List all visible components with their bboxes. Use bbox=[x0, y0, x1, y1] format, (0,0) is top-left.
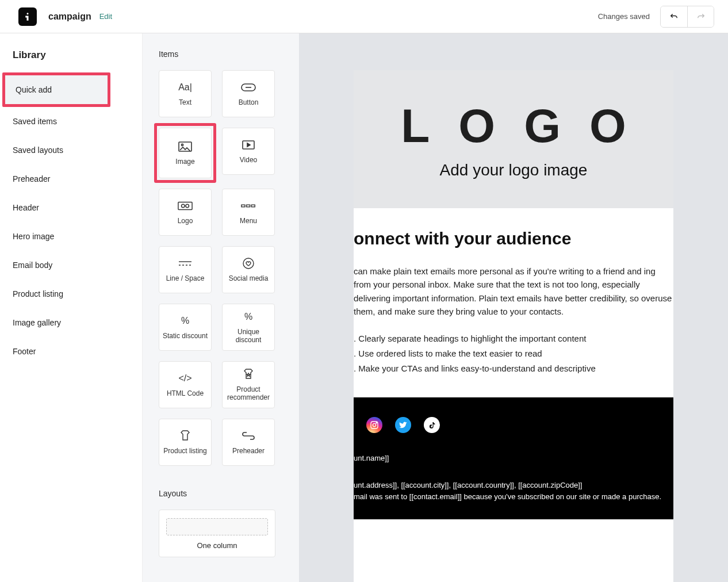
svg-rect-0 bbox=[27, 13, 29, 14]
library-title: Library bbox=[0, 49, 142, 72]
footer-address: unt.address]], [[account.city]], [[accou… bbox=[354, 480, 673, 491]
item-label: HTML Code bbox=[164, 389, 206, 397]
logo-sub: Add your logo image bbox=[440, 161, 588, 179]
highlight-image: Image bbox=[154, 123, 216, 183]
brand-icon bbox=[22, 12, 33, 22]
item-line-space[interactable]: Line / Space bbox=[159, 246, 212, 293]
brand-logo bbox=[18, 7, 37, 26]
items-drawer: Items Aa| Text Button Image bbox=[143, 33, 299, 582]
item-unique-discount[interactable]: % Unique discount bbox=[222, 304, 275, 351]
footer-sent-to: mail was sent to [[contact.email]] becau… bbox=[354, 491, 673, 503]
instagram-icon[interactable] bbox=[366, 417, 382, 433]
history-group bbox=[660, 6, 714, 28]
items-section-title: Items bbox=[159, 49, 283, 59]
text-icon: Aa| bbox=[178, 81, 193, 94]
svg-point-4 bbox=[181, 144, 183, 146]
item-label: Text bbox=[177, 98, 194, 106]
button-icon bbox=[241, 81, 256, 94]
item-label: Line / Space bbox=[164, 274, 207, 282]
layout-one-column[interactable]: One column bbox=[159, 510, 275, 557]
item-preheader[interactable]: Preheader bbox=[222, 419, 275, 466]
heart-icon bbox=[241, 257, 256, 270]
footer-account-name: unt.name]] bbox=[354, 454, 673, 462]
library-item-quick-add[interactable]: Quick add bbox=[5, 75, 108, 104]
logo-placeholder[interactable]: LOGO Add your logo image bbox=[354, 70, 673, 208]
svg-rect-9 bbox=[242, 205, 245, 206]
svg-rect-11 bbox=[251, 205, 255, 206]
email-canvas[interactable]: LOGO Add your logo image onnect with you… bbox=[299, 33, 728, 582]
list-item: . Make your CTAs and links easy-to-under… bbox=[354, 362, 673, 376]
percent-icon: % bbox=[241, 311, 256, 323]
edit-link[interactable]: Edit bbox=[99, 12, 112, 21]
campaign-title: campaign bbox=[48, 12, 91, 22]
library-item-saved-layouts[interactable]: Saved layouts bbox=[0, 136, 142, 164]
social-row bbox=[354, 417, 673, 433]
svg-point-7 bbox=[182, 204, 185, 208]
item-html-code[interactable]: </> HTML Code bbox=[159, 361, 212, 408]
library-item-preheader[interactable]: Preheader bbox=[0, 164, 142, 193]
library-item-product-listing[interactable]: Product listing bbox=[0, 279, 142, 308]
item-label: Product listing bbox=[161, 447, 209, 455]
content-paragraph: can make plain text emails more personal… bbox=[354, 265, 673, 318]
item-text[interactable]: Aa| Text bbox=[159, 70, 212, 117]
redo-icon bbox=[696, 12, 706, 22]
library-item-hero-image[interactable]: Hero image bbox=[0, 222, 142, 251]
line-icon bbox=[178, 257, 193, 270]
logo-icon bbox=[178, 200, 193, 212]
item-label: Image bbox=[173, 158, 197, 166]
email-body[interactable]: LOGO Add your logo image onnect with you… bbox=[354, 70, 673, 582]
image-icon bbox=[178, 140, 193, 153]
content-block[interactable]: onnect with your audience can make plain… bbox=[354, 229, 673, 397]
content-heading: onnect with your audience bbox=[354, 229, 673, 248]
redo-button[interactable] bbox=[687, 6, 714, 27]
library-sidebar: Library Quick add Saved items Saved layo… bbox=[0, 33, 143, 582]
item-label: Product recommender bbox=[223, 385, 274, 402]
item-social-media[interactable]: Social media bbox=[222, 246, 275, 293]
item-label: Preheader bbox=[230, 447, 267, 455]
svg-rect-6 bbox=[178, 202, 192, 209]
undo-icon bbox=[669, 12, 679, 22]
item-product-listing[interactable]: Product listing bbox=[159, 419, 212, 466]
menu-icon bbox=[241, 200, 256, 212]
item-label: Unique discount bbox=[223, 328, 274, 344]
percent-icon: % bbox=[178, 315, 193, 327]
layout-preview bbox=[166, 518, 268, 535]
layouts-section-title: Layouts bbox=[159, 489, 283, 498]
item-label: Video bbox=[237, 156, 259, 164]
twitter-icon[interactable] bbox=[395, 417, 411, 433]
svg-point-16 bbox=[373, 423, 376, 426]
email-footer[interactable]: unt.name]] unt.address]], [[account.city… bbox=[354, 397, 673, 519]
tiktok-icon[interactable] bbox=[424, 417, 440, 433]
highlight-quick-add: Quick add bbox=[2, 72, 110, 107]
item-product-recommender[interactable]: Product recommender bbox=[222, 361, 275, 408]
library-item-header[interactable]: Header bbox=[0, 193, 142, 222]
svg-point-8 bbox=[186, 204, 189, 208]
link-icon bbox=[241, 430, 256, 442]
item-logo[interactable]: Logo bbox=[159, 189, 212, 236]
content-list: . Clearly separate headings to highlight… bbox=[354, 332, 673, 376]
item-video[interactable]: Video bbox=[222, 128, 275, 175]
library-item-saved-items[interactable]: Saved items bbox=[0, 107, 142, 136]
svg-rect-10 bbox=[247, 205, 250, 206]
layout-label: One column bbox=[197, 541, 237, 550]
tshirt-star-icon bbox=[241, 368, 256, 381]
item-label: Button bbox=[236, 98, 261, 106]
tshirt-icon bbox=[178, 430, 193, 442]
code-icon: </> bbox=[178, 372, 193, 385]
item-label: Menu bbox=[237, 217, 259, 225]
video-icon bbox=[241, 139, 256, 151]
item-button[interactable]: Button bbox=[222, 70, 275, 117]
top-bar: campaign Edit Changes saved bbox=[0, 0, 728, 33]
library-item-image-gallery[interactable]: Image gallery bbox=[0, 308, 142, 337]
logo-text: LOGO bbox=[372, 99, 654, 153]
list-item: . Use ordered lists to make the text eas… bbox=[354, 347, 673, 361]
item-image[interactable]: Image bbox=[159, 128, 212, 178]
library-item-footer[interactable]: Footer bbox=[0, 337, 142, 366]
item-label: Static discount bbox=[160, 332, 210, 340]
svg-point-14 bbox=[243, 258, 254, 269]
library-item-email-body[interactable]: Email body bbox=[0, 251, 142, 279]
item-menu[interactable]: Menu bbox=[222, 189, 275, 236]
item-static-discount[interactable]: % Static discount bbox=[159, 304, 212, 351]
undo-button[interactable] bbox=[661, 6, 687, 27]
list-item: . Clearly separate headings to highlight… bbox=[354, 332, 673, 346]
